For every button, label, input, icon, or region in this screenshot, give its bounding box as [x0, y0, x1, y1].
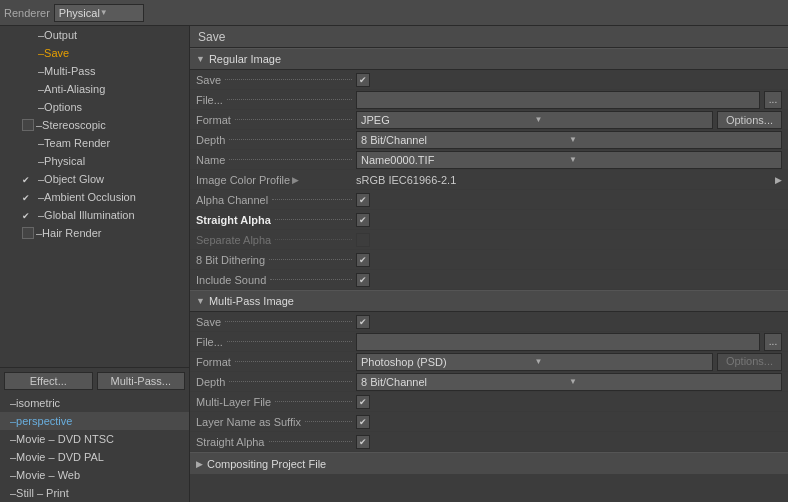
value-mp-multilayerfile	[356, 395, 782, 409]
form-row-mp-multilayerfile: Multi-Layer File	[190, 392, 788, 412]
sidebar-label-options: –Options	[38, 101, 82, 113]
perspective-movie-dvd-ntsc[interactable]: –Movie – DVD NTSC	[0, 430, 189, 448]
perspective-isometric[interactable]: –isometric	[0, 394, 189, 412]
value-mp-file: ...	[356, 333, 782, 351]
sidebar-item-multipass[interactable]: –Multi-Pass	[0, 62, 189, 80]
label-format: Format	[196, 114, 356, 126]
sidebar-label-objectglow: –Object Glow	[38, 173, 104, 185]
perspective-label-stillprint: –Still – Print	[10, 487, 69, 499]
file-input[interactable]	[356, 91, 760, 109]
select-name-value: Name0000.TIF	[361, 154, 569, 166]
colorprofile-value: sRGB IEC61966-2.1	[356, 174, 771, 186]
value-depth: 8 Bit/Channel ▼	[356, 131, 782, 149]
select-mp-depth[interactable]: 8 Bit/Channel ▼	[356, 373, 782, 391]
sidebar-item-physical[interactable]: –Physical	[0, 152, 189, 170]
label-save: Save	[196, 74, 356, 86]
checkbox-mp-layernamesuffix[interactable]	[356, 415, 370, 429]
sidebar-label-teamrender: –Team Render	[38, 137, 110, 149]
multipass-button[interactable]: Multi-Pass...	[97, 372, 186, 390]
sidebar-label-antialiasing: –Anti-Aliasing	[38, 83, 105, 95]
sidebar-item-objectglow[interactable]: –Object Glow	[0, 170, 189, 188]
sidebar-item-globalillumination[interactable]: –Global Illumination	[0, 206, 189, 224]
regular-image-section-header[interactable]: ▼ Regular Image	[190, 48, 788, 70]
sidebar-label-stereoscopic: –Stereoscopic	[36, 119, 106, 131]
sidebar-item-save[interactable]: –Save	[0, 44, 189, 62]
select-mp-format[interactable]: Photoshop (PSD) ▼	[356, 353, 713, 371]
sidebar-item-antialiasing[interactable]: –Anti-Aliasing	[0, 80, 189, 98]
sidebar-buttons: Effect... Multi-Pass...	[0, 367, 189, 394]
select-format[interactable]: JPEG ▼	[356, 111, 713, 129]
label-file: File...	[196, 94, 356, 106]
perspective-movie-dvd-pal[interactable]: –Movie – DVD PAL	[0, 448, 189, 466]
value-save	[356, 73, 782, 87]
label-alphachannel: Alpha Channel	[196, 194, 356, 206]
checkbox-mp-save[interactable]	[356, 315, 370, 329]
renderer-dropdown[interactable]: Physical ▼	[54, 4, 144, 22]
form-row-mp-layernamesuffix: Layer Name as Suffix	[190, 412, 788, 432]
value-separatealpha	[356, 233, 782, 247]
select-mp-format-value: Photoshop (PSD)	[361, 356, 534, 368]
checkbox-save[interactable]	[356, 73, 370, 87]
file-browse-btn[interactable]: ...	[764, 91, 782, 109]
content-header-label: Save	[198, 30, 225, 44]
checkbox-mp-straightalpha[interactable]	[356, 435, 370, 449]
sidebar-item-ambientocclusion[interactable]: –Ambient Occlusion	[0, 188, 189, 206]
multipass-title: Multi-Pass Image	[209, 295, 294, 307]
form-row-8bitdithering: 8 Bit Dithering	[190, 250, 788, 270]
sidebar-label-output: –Output	[38, 29, 77, 41]
perspective-label-isometric: –isometric	[10, 397, 60, 409]
label-mp-format: Format	[196, 356, 356, 368]
form-row-depth: Depth 8 Bit/Channel ▼	[190, 130, 788, 150]
perspective-label-dvdpal: –Movie – DVD PAL	[10, 451, 104, 463]
select-depth[interactable]: 8 Bit/Channel ▼	[356, 131, 782, 149]
sidebar-item-hairrender[interactable]: –Hair Render	[0, 224, 189, 242]
value-mp-save	[356, 315, 782, 329]
compositing-arrow: ▶	[196, 459, 203, 469]
sidebar-item-teamrender[interactable]: –Team Render	[0, 134, 189, 152]
content-area: Save ▼ Regular Image Save F	[190, 26, 788, 502]
select-mp-format-arrow: ▼	[534, 357, 707, 366]
label-straightalpha: Straight Alpha	[196, 214, 356, 226]
format-options-btn[interactable]: Options...	[717, 111, 782, 129]
form-row-mp-straightalpha: Straight Alpha	[190, 432, 788, 452]
mp-file-browse-btn[interactable]: ...	[764, 333, 782, 351]
mp-file-input[interactable]	[356, 333, 760, 351]
checkbox-8bitdithering[interactable]	[356, 253, 370, 267]
renderer-value: Physical	[59, 7, 100, 19]
sidebar-item-options[interactable]: –Options	[0, 98, 189, 116]
sidebar-check-globalillumination	[22, 210, 36, 221]
form-row-includesound: Include Sound	[190, 270, 788, 290]
select-name-arrow: ▼	[569, 155, 777, 164]
label-mp-layernamesuffix: Layer Name as Suffix	[196, 416, 356, 428]
select-name[interactable]: Name0000.TIF ▼	[356, 151, 782, 169]
value-mp-layernamesuffix	[356, 415, 782, 429]
label-mp-save: Save	[196, 316, 356, 328]
form-row-mp-file: File... ...	[190, 332, 788, 352]
perspective-still-print[interactable]: –Still – Print	[0, 484, 189, 502]
checkbox-mp-multilayerfile[interactable]	[356, 395, 370, 409]
perspective-movie-web[interactable]: –Movie – Web	[0, 466, 189, 484]
effect-button[interactable]: Effect...	[4, 372, 93, 390]
colorprofile-arrow: ▶	[775, 175, 782, 185]
checkbox-separatealpha	[356, 233, 370, 247]
sidebar-check-stereoscopic	[22, 119, 34, 131]
value-imagecolorprofile[interactable]: sRGB IEC61966-2.1 ▶	[356, 174, 782, 186]
label-mp-depth: Depth	[196, 376, 356, 388]
sidebar: –Output –Save –Multi-Pass –Anti-Aliasing…	[0, 26, 190, 502]
form-row-save: Save	[190, 70, 788, 90]
checkbox-alphachannel[interactable]	[356, 193, 370, 207]
mp-format-options-btn: Options...	[717, 353, 782, 371]
multipass-section-header[interactable]: ▼ Multi-Pass Image	[190, 290, 788, 312]
perspective-perspective[interactable]: –perspective	[0, 412, 189, 430]
label-mp-multilayerfile: Multi-Layer File	[196, 396, 356, 408]
sidebar-label-multipass: –Multi-Pass	[38, 65, 95, 77]
compositing-section-header[interactable]: ▶ Compositing Project File	[190, 452, 788, 474]
value-format: JPEG ▼ Options...	[356, 111, 782, 129]
form-row-alphachannel: Alpha Channel	[190, 190, 788, 210]
select-depth-arrow: ▼	[569, 135, 777, 144]
form-row-mp-depth: Depth 8 Bit/Channel ▼	[190, 372, 788, 392]
sidebar-item-output[interactable]: –Output	[0, 26, 189, 44]
checkbox-straightalpha[interactable]	[356, 213, 370, 227]
sidebar-item-stereoscopic[interactable]: –Stereoscopic	[0, 116, 189, 134]
checkbox-includesound[interactable]	[356, 273, 370, 287]
